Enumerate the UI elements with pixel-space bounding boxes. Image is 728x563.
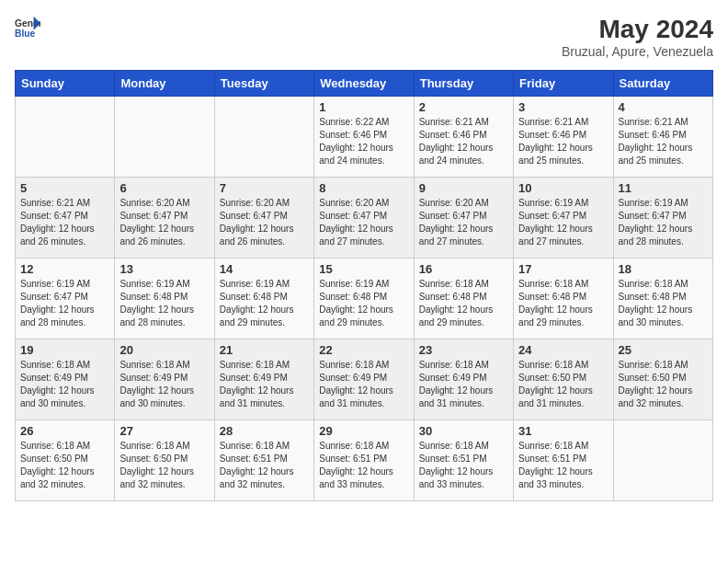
day-cell	[214, 97, 313, 178]
header-cell-tuesday: Tuesday	[214, 71, 313, 97]
day-cell: 6Sunrise: 6:20 AM Sunset: 6:47 PM Daylig…	[115, 178, 214, 259]
day-number: 5	[20, 181, 109, 195]
day-number: 23	[419, 343, 508, 357]
header-cell-thursday: Thursday	[414, 71, 513, 97]
day-number: 22	[319, 343, 408, 357]
day-cell: 21Sunrise: 6:18 AM Sunset: 6:49 PM Dayli…	[214, 339, 313, 420]
calendar-body: 1Sunrise: 6:22 AM Sunset: 6:46 PM Daylig…	[16, 97, 713, 501]
day-number: 18	[619, 262, 708, 276]
day-cell: 28Sunrise: 6:18 AM Sunset: 6:51 PM Dayli…	[214, 420, 313, 501]
week-row-2: 5Sunrise: 6:21 AM Sunset: 6:47 PM Daylig…	[16, 178, 713, 259]
day-cell: 22Sunrise: 6:18 AM Sunset: 6:49 PM Dayli…	[314, 339, 414, 420]
header-cell-sunday: Sunday	[16, 71, 115, 97]
day-cell: 16Sunrise: 6:18 AM Sunset: 6:48 PM Dayli…	[414, 259, 513, 339]
day-number: 1	[319, 100, 408, 114]
day-info: Sunrise: 6:21 AM Sunset: 6:46 PM Dayligh…	[619, 116, 708, 167]
day-info: Sunrise: 6:19 AM Sunset: 6:47 PM Dayligh…	[619, 197, 708, 248]
day-number: 13	[119, 262, 209, 276]
day-info: Sunrise: 6:18 AM Sunset: 6:51 PM Dayligh…	[319, 440, 408, 491]
week-row-3: 12Sunrise: 6:19 AM Sunset: 6:47 PM Dayli…	[16, 259, 713, 339]
day-number: 8	[319, 181, 408, 195]
day-number: 2	[419, 100, 508, 114]
day-number: 17	[518, 262, 608, 276]
day-info: Sunrise: 6:19 AM Sunset: 6:48 PM Dayligh…	[319, 278, 408, 329]
day-cell: 17Sunrise: 6:18 AM Sunset: 6:48 PM Dayli…	[514, 259, 613, 339]
calendar-table: SundayMondayTuesdayWednesdayThursdayFrid…	[15, 70, 713, 501]
day-number: 26	[20, 424, 109, 438]
day-info: Sunrise: 6:19 AM Sunset: 6:48 PM Dayligh…	[220, 278, 309, 329]
day-cell: 8Sunrise: 6:20 AM Sunset: 6:47 PM Daylig…	[314, 178, 414, 259]
header-cell-friday: Friday	[514, 71, 613, 97]
day-cell	[16, 97, 115, 178]
day-info: Sunrise: 6:18 AM Sunset: 6:50 PM Dayligh…	[518, 359, 608, 410]
day-info: Sunrise: 6:20 AM Sunset: 6:47 PM Dayligh…	[319, 197, 408, 248]
day-info: Sunrise: 6:18 AM Sunset: 6:49 PM Dayligh…	[119, 359, 209, 410]
week-row-1: 1Sunrise: 6:22 AM Sunset: 6:46 PM Daylig…	[16, 97, 713, 178]
logo-icon: General Blue	[15, 15, 40, 40]
day-number: 6	[119, 181, 209, 195]
day-info: Sunrise: 6:18 AM Sunset: 6:50 PM Dayligh…	[119, 440, 209, 491]
day-number: 11	[619, 181, 708, 195]
header-cell-monday: Monday	[115, 71, 214, 97]
day-cell: 7Sunrise: 6:20 AM Sunset: 6:47 PM Daylig…	[214, 178, 313, 259]
day-info: Sunrise: 6:18 AM Sunset: 6:51 PM Dayligh…	[220, 440, 309, 491]
day-cell: 26Sunrise: 6:18 AM Sunset: 6:50 PM Dayli…	[16, 420, 115, 501]
day-number: 4	[619, 100, 708, 114]
day-cell: 18Sunrise: 6:18 AM Sunset: 6:48 PM Dayli…	[613, 259, 712, 339]
month-year: May 2024	[562, 15, 713, 44]
day-number: 29	[319, 424, 408, 438]
day-number: 24	[518, 343, 608, 357]
svg-text:Blue: Blue	[15, 29, 36, 39]
day-cell: 1Sunrise: 6:22 AM Sunset: 6:46 PM Daylig…	[314, 97, 414, 178]
day-number: 7	[220, 181, 309, 195]
day-cell: 9Sunrise: 6:20 AM Sunset: 6:47 PM Daylig…	[414, 178, 513, 259]
day-number: 3	[518, 100, 608, 114]
day-info: Sunrise: 6:18 AM Sunset: 6:50 PM Dayligh…	[20, 440, 109, 491]
day-info: Sunrise: 6:18 AM Sunset: 6:51 PM Dayligh…	[419, 440, 508, 491]
day-number: 9	[419, 181, 508, 195]
day-cell: 31Sunrise: 6:18 AM Sunset: 6:51 PM Dayli…	[514, 420, 613, 501]
day-number: 27	[119, 424, 209, 438]
day-cell: 25Sunrise: 6:18 AM Sunset: 6:50 PM Dayli…	[613, 339, 712, 420]
day-cell: 13Sunrise: 6:19 AM Sunset: 6:48 PM Dayli…	[115, 259, 214, 339]
calendar-header: SundayMondayTuesdayWednesdayThursdayFrid…	[16, 71, 713, 97]
day-info: Sunrise: 6:19 AM Sunset: 6:48 PM Dayligh…	[119, 278, 209, 329]
day-info: Sunrise: 6:18 AM Sunset: 6:49 PM Dayligh…	[20, 359, 109, 410]
title-area: May 2024 Bruzual, Apure, Venezuela	[562, 15, 713, 59]
day-cell: 30Sunrise: 6:18 AM Sunset: 6:51 PM Dayli…	[414, 420, 513, 501]
day-info: Sunrise: 6:18 AM Sunset: 6:49 PM Dayligh…	[220, 359, 309, 410]
day-info: Sunrise: 6:19 AM Sunset: 6:47 PM Dayligh…	[20, 278, 109, 329]
day-info: Sunrise: 6:18 AM Sunset: 6:48 PM Dayligh…	[419, 278, 508, 329]
header: General Blue May 2024 Bruzual, Apure, Ve…	[15, 15, 713, 59]
day-cell: 27Sunrise: 6:18 AM Sunset: 6:50 PM Dayli…	[115, 420, 214, 501]
day-info: Sunrise: 6:19 AM Sunset: 6:47 PM Dayligh…	[518, 197, 608, 248]
day-number: 15	[319, 262, 408, 276]
header-cell-wednesday: Wednesday	[314, 71, 414, 97]
day-cell: 2Sunrise: 6:21 AM Sunset: 6:46 PM Daylig…	[414, 97, 513, 178]
day-info: Sunrise: 6:21 AM Sunset: 6:47 PM Dayligh…	[20, 197, 109, 248]
day-info: Sunrise: 6:18 AM Sunset: 6:50 PM Dayligh…	[619, 359, 708, 410]
day-cell: 11Sunrise: 6:19 AM Sunset: 6:47 PM Dayli…	[613, 178, 712, 259]
day-info: Sunrise: 6:18 AM Sunset: 6:49 PM Dayligh…	[319, 359, 408, 410]
day-info: Sunrise: 6:18 AM Sunset: 6:51 PM Dayligh…	[518, 440, 608, 491]
day-number: 12	[20, 262, 109, 276]
header-cell-saturday: Saturday	[613, 71, 712, 97]
day-number: 30	[419, 424, 508, 438]
day-info: Sunrise: 6:20 AM Sunset: 6:47 PM Dayligh…	[220, 197, 309, 248]
day-cell: 5Sunrise: 6:21 AM Sunset: 6:47 PM Daylig…	[16, 178, 115, 259]
day-number: 14	[220, 262, 309, 276]
day-info: Sunrise: 6:22 AM Sunset: 6:46 PM Dayligh…	[319, 116, 408, 167]
day-info: Sunrise: 6:18 AM Sunset: 6:48 PM Dayligh…	[518, 278, 608, 329]
day-cell: 24Sunrise: 6:18 AM Sunset: 6:50 PM Dayli…	[514, 339, 613, 420]
day-cell: 29Sunrise: 6:18 AM Sunset: 6:51 PM Dayli…	[314, 420, 414, 501]
day-cell: 10Sunrise: 6:19 AM Sunset: 6:47 PM Dayli…	[514, 178, 613, 259]
day-number: 20	[119, 343, 209, 357]
day-number: 19	[20, 343, 109, 357]
day-number: 25	[619, 343, 708, 357]
day-info: Sunrise: 6:18 AM Sunset: 6:48 PM Dayligh…	[619, 278, 708, 329]
day-cell: 4Sunrise: 6:21 AM Sunset: 6:46 PM Daylig…	[613, 97, 712, 178]
day-number: 28	[220, 424, 309, 438]
day-cell	[115, 97, 214, 178]
day-info: Sunrise: 6:20 AM Sunset: 6:47 PM Dayligh…	[119, 197, 209, 248]
day-info: Sunrise: 6:20 AM Sunset: 6:47 PM Dayligh…	[419, 197, 508, 248]
